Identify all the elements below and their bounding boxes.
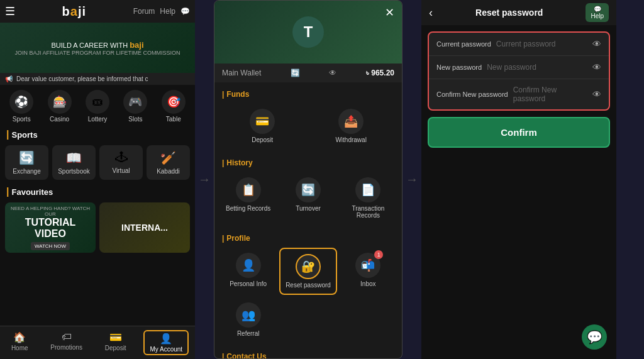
profile-section-title: Profile	[214, 231, 402, 245]
avatar: T	[292, 16, 324, 48]
bottom-nav-home[interactable]: 🏠 Home	[6, 330, 33, 355]
chat-icon[interactable]: 💬	[180, 7, 190, 16]
personal-info-icon: 👤	[236, 253, 261, 278]
watch-now-button[interactable]: WATCH NOW	[31, 242, 70, 250]
deposit-icon: 💳	[109, 331, 122, 343]
fav-international-card[interactable]: INTERNA...	[99, 202, 190, 253]
help-chat-icon: 💬	[594, 6, 601, 13]
contact-section-title: Contact Us	[214, 350, 402, 359]
inbox-item[interactable]: 📬 1 Inbox	[340, 248, 397, 295]
funds-section-title: Funds	[214, 87, 402, 101]
eye-icon[interactable]: 👁	[329, 69, 336, 77]
wallet-amount: ৳ 965.20	[366, 69, 394, 77]
panel3-reset-password: ‹ Reset password 💬 Help Current password…	[421, 0, 616, 359]
banner-text: BUILD A CAREER WITH baji JOIN BAJI AFFIL…	[15, 40, 180, 56]
reset-password-icon: 🔐	[296, 254, 321, 279]
current-password-placeholder[interactable]: Current password	[496, 40, 587, 48]
virtual-icon: 🕹	[115, 150, 128, 165]
hamburger-icon[interactable]: ☰	[5, 4, 15, 18]
panel2-profile-header: ✕ T	[214, 1, 402, 64]
favourites-title: Favourites	[0, 182, 195, 200]
confirm-password-placeholder[interactable]: Confirm New password	[513, 86, 587, 103]
casino-icon: 🎰	[48, 90, 72, 114]
sports-grid: 🔄 Exchange 📖 Sportsbook 🕹 Virtual 🏏 Kaba…	[0, 143, 195, 182]
nav-table[interactable]: 🎯 Table	[162, 90, 186, 123]
transaction-records-item[interactable]: 📄 Transaction Records	[340, 172, 397, 224]
turnover-item[interactable]: 🔄 Turnover	[279, 172, 336, 224]
profile-section: Profile 👤 Personal Info 🔐 Reset password…	[214, 231, 402, 345]
panel2-profile-menu: ✕ T Main Wallet 🔄 👁 ৳ 965.20 Funds 💳 Dep…	[214, 0, 402, 359]
turnover-icon: 🔄	[296, 177, 321, 202]
nav-sports[interactable]: ⚽ Sports	[9, 90, 33, 123]
back-button[interactable]: ‹	[429, 6, 433, 19]
header-icons: Forum Help 💬	[133, 7, 190, 16]
current-password-field: Current password Current password 👁	[429, 33, 609, 56]
panel1-header: ☰ baji Forum Help 💬	[0, 0, 195, 23]
promo-banner: BUILD A CAREER WITH baji JOIN BAJI AFFIL…	[0, 23, 195, 73]
sports-exchange[interactable]: 🔄 Exchange	[5, 145, 48, 180]
transaction-records-icon: 📄	[355, 177, 380, 202]
new-password-label: New password	[436, 63, 482, 72]
refresh-icon[interactable]: 🔄	[291, 69, 300, 77]
confirm-password-eye-icon[interactable]: 👁	[592, 89, 601, 99]
reset-password-item[interactable]: 🔐 Reset password	[279, 248, 336, 295]
arrow-2: →	[402, 0, 421, 359]
confirm-button[interactable]: Confirm	[428, 117, 610, 148]
betting-records-icon: 📋	[236, 177, 261, 202]
panel1-app-screen: ☰ baji Forum Help 💬 BUILD A CAREER WITH …	[0, 0, 195, 359]
close-button[interactable]: ✕	[385, 6, 394, 19]
current-password-label: Current password	[436, 40, 491, 48]
forum-link[interactable]: Forum	[133, 7, 155, 16]
help-link[interactable]: Help	[160, 7, 175, 16]
betting-records-item[interactable]: 📋 Betting Records	[219, 172, 277, 224]
deposit-item[interactable]: 💳 Deposit	[247, 104, 277, 148]
announcement-icon: 📢	[5, 75, 13, 82]
profile-grid: 👤 Personal Info 🔐 Reset password 📬 1 Inb…	[214, 245, 402, 345]
confirm-password-field: Confirm New password Confirm New passwor…	[429, 79, 609, 109]
current-password-eye-icon[interactable]: 👁	[592, 39, 601, 49]
exchange-icon: 🔄	[19, 150, 35, 165]
history-section-title: History	[214, 156, 402, 170]
password-form: Current password Current password 👁 New …	[428, 31, 610, 111]
nav-lottery[interactable]: 🎟 Lottery	[86, 90, 109, 123]
page-title: Reset password	[475, 8, 543, 18]
referral-icon: 👥	[236, 302, 261, 328]
nav-slots[interactable]: 🎮 Slots	[123, 90, 147, 123]
inbox-icon: 📬 1	[355, 253, 380, 278]
bottom-nav-promotions[interactable]: 🏷 Promotions	[45, 330, 87, 355]
chat-bubble-icon: 💬	[587, 329, 602, 345]
my-account-icon: 👤	[160, 333, 172, 345]
wallet-bar: Main Wallet 🔄 👁 ৳ 965.20	[214, 64, 402, 82]
promotions-icon: 🏷	[62, 331, 72, 343]
deposit-icon: 💳	[250, 109, 275, 134]
sportsbook-icon: 📖	[66, 150, 82, 165]
confirm-password-label: Confirm New password	[436, 90, 508, 99]
withdrawal-icon: 📤	[338, 109, 364, 134]
nav-casino[interactable]: 🎰 Casino	[48, 90, 72, 123]
help-button[interactable]: 💬 Help	[586, 3, 609, 22]
wallet-label: Main Wallet	[222, 69, 261, 77]
sports-icon: ⚽	[9, 90, 33, 114]
withdrawal-item[interactable]: 📤 Withdrawal	[333, 104, 369, 148]
new-password-field: New password New password 👁	[429, 56, 609, 79]
bottom-nav-deposit[interactable]: 💳 Deposit	[100, 330, 131, 355]
table-icon: 🎯	[162, 90, 186, 114]
slots-icon: 🎮	[123, 90, 147, 114]
bottom-nav-my-account[interactable]: 👤 My Account	[143, 330, 189, 355]
history-section: History 📋 Betting Records 🔄 Turnover 📄 T…	[214, 156, 402, 226]
fav-tutorial-card[interactable]: NEED A HELPING HAND? WATCH OUR TUTORIAL …	[5, 202, 96, 253]
new-password-eye-icon[interactable]: 👁	[592, 62, 601, 72]
chat-bubble-button[interactable]: 💬	[582, 324, 607, 350]
sports-section-title: Sports	[0, 125, 195, 143]
personal-info-item[interactable]: 👤 Personal Info	[219, 248, 277, 295]
bottom-navigation: 🏠 Home 🏷 Promotions 💳 Deposit 👤 My Accou…	[0, 326, 195, 359]
ticker-bar: 📢 Dear value customer, please be informe…	[0, 73, 195, 85]
sports-kabaddi[interactable]: 🏏 Kabaddi	[147, 145, 190, 180]
referral-item[interactable]: 👥 Referral	[219, 297, 277, 342]
inbox-badge: 1	[374, 250, 383, 259]
new-password-placeholder[interactable]: New password	[487, 63, 587, 72]
sports-sportsbook[interactable]: 📖 Sportsbook	[52, 145, 96, 180]
sports-virtual[interactable]: 🕹 Virtual	[99, 145, 143, 180]
arrow-1: →	[195, 0, 214, 359]
lottery-icon: 🎟	[86, 90, 109, 114]
